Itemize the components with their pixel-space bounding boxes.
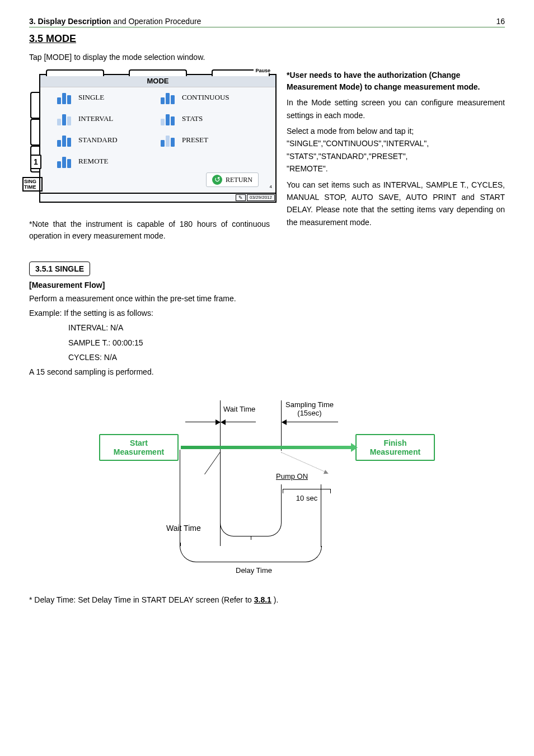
- date-label: 03/29/2012: [247, 194, 275, 201]
- delay-time-label: Delay Time: [236, 566, 272, 575]
- mode-preset[interactable]: PRESET: [161, 133, 259, 147]
- mode-desc-2: You can set items such as INTERVAL, SAMP…: [287, 179, 505, 229]
- wait-brace: [220, 518, 280, 542]
- return-icon: ↺: [212, 175, 222, 185]
- flow-arrow: [181, 446, 353, 449]
- finish-measurement-box: Finish Measurement: [355, 434, 435, 461]
- bars-icon: [57, 133, 73, 147]
- flow-diagram: Wait Time Sampling Time(15sec) Start Mea…: [99, 389, 435, 591]
- mode-interval[interactable]: INTERVAL: [57, 112, 155, 125]
- mode-list: Select a mode from below and tap it; "SI…: [287, 125, 505, 175]
- header-title: 3. Display Description and Operation Pro…: [29, 17, 201, 26]
- single-l5: CYCLES: N/A: [29, 352, 505, 363]
- auth-note: *User needs to have the authorization (C…: [287, 69, 505, 93]
- bars-icon: [57, 155, 73, 168]
- mode-standard[interactable]: STANDARD: [57, 133, 155, 147]
- single-l2: Example: If the setting is as follows:: [29, 307, 505, 319]
- measurement-flow-heading: [Measurement Flow]: [29, 281, 505, 290]
- start-measurement-box: Start Measurement: [99, 434, 179, 461]
- single-l1: Perform a measurement once within the pr…: [29, 293, 505, 304]
- page-number: 16: [496, 17, 505, 26]
- return-button[interactable]: ↺ RETURN: [206, 172, 259, 187]
- pump-on-label: Pump ON: [276, 472, 308, 480]
- mode-window: Pause 1 SINGTIME MODE SINGLE: [39, 74, 277, 203]
- pause-label: Pause: [254, 68, 272, 73]
- mode-title: MODE: [40, 75, 275, 87]
- single-box: 3.5.1 SINGLE: [29, 262, 90, 276]
- ten-sec-brace: 10 sec: [283, 489, 331, 502]
- mode-remote[interactable]: REMOTE: [57, 155, 155, 168]
- section-heading: 3.5 MODE: [29, 33, 505, 45]
- mode-continuous[interactable]: CONTINUOUS: [161, 91, 259, 104]
- bars-icon: [161, 112, 176, 125]
- delay-footnote: * Delay Time: Set Delay Time in START DE…: [29, 594, 505, 605]
- one-badge: 1: [30, 155, 41, 169]
- mode-stats[interactable]: STATS: [161, 112, 259, 125]
- wait-time-label: Wait Time: [223, 405, 255, 413]
- bars-icon: [57, 112, 73, 125]
- sampling-time-label: Sampling Time(15sec): [285, 400, 334, 418]
- bars-icon: [57, 91, 73, 104]
- mode-single[interactable]: SINGLE: [57, 91, 155, 104]
- wait-time-label-2: Wait Time: [166, 524, 201, 533]
- section-intro: Tap [MODE] to display the mode selection…: [29, 52, 505, 63]
- bars-icon: [161, 91, 176, 104]
- bars-icon: [161, 133, 176, 147]
- single-l4: SAMPLE T.: 00:00:15: [29, 337, 505, 348]
- singtime-label: SINGTIME: [22, 177, 43, 192]
- left-note: *Note that the instrument is capable of …: [29, 218, 270, 241]
- ref-link[interactable]: 3.8.1: [254, 595, 271, 604]
- pen-icon: ✎: [236, 194, 246, 201]
- single-l3: INTERVAL: N/A: [29, 322, 505, 333]
- mode-desc-1: In the Mode setting screen you can confi…: [287, 96, 505, 122]
- single-l6: A 15 second sampling is performed.: [29, 366, 505, 377]
- page-header: 3. Display Description and Operation Pro…: [29, 17, 505, 27]
